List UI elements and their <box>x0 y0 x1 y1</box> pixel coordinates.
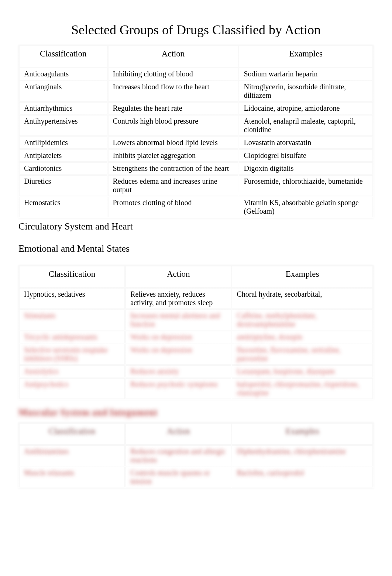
cell-examples: Atenolol, enalapril maleate, captopril, … <box>239 115 373 136</box>
cell-action: Inhibiting clotting of blood <box>108 68 238 80</box>
table-circulatory: Classification Action Examples Anticoagu… <box>18 45 374 218</box>
section-caption-circulatory: Circulatory System and Heart <box>18 221 374 232</box>
cell-classification: Muscle relaxants <box>19 467 125 487</box>
cell-examples: haloperidol, chlorpromazine, risperidone… <box>232 378 373 399</box>
table-muscular: Classification Action Examples Antihista… <box>18 422 374 488</box>
cell-examples: Baclofen, carisoprodol <box>232 467 373 487</box>
cell-action: Strengthens the contraction of the heart <box>108 162 238 175</box>
table-row: AntihistaminesReduces congestion and all… <box>19 445 373 466</box>
cell-classification: Cardiotonics <box>19 162 107 175</box>
table-row: AnxiolyticsReduces anxietyLorazepam, bus… <box>19 365 373 377</box>
col-header-action: Action <box>108 46 238 67</box>
cell-action: Controls high blood pressure <box>108 115 238 136</box>
cell-classification: Diuretics <box>19 175 107 196</box>
cell-examples: Lovastatin atorvastatin <box>239 137 373 149</box>
cell-action: Controls muscle spasms or tension <box>125 467 231 487</box>
cell-action: Inhibits platelet aggregation <box>108 149 238 162</box>
cell-examples: Caffeine, methylphenidate, dextroampheta… <box>232 310 373 330</box>
section-caption-emotional: Emotional and Mental States <box>18 243 374 254</box>
section-muscular: Muscular System and Integument Classific… <box>18 407 374 488</box>
cell-classification: Hemostatics <box>19 197 107 217</box>
cell-classification: Anticoagulants <box>19 68 107 80</box>
cell-action: Reduces psychotic symptoms <box>125 378 231 399</box>
cell-examples: Lorazepam, buspirone, diazepam <box>232 365 373 377</box>
cell-classification: Antiarrhythmics <box>19 102 107 114</box>
table-row: AntilipidemicsLowers abnormal blood lipi… <box>19 137 373 149</box>
table-row: Muscle relaxantsControls muscle spasms o… <box>19 467 373 487</box>
cell-classification: Antihypertensives <box>19 115 107 136</box>
cell-examples: Nitroglycerin, isosorbide dinitrate, dil… <box>239 81 373 101</box>
table-emotional: Classification Action Examples Hypnotics… <box>18 265 374 400</box>
col-header-classification: Classification <box>19 46 107 67</box>
col-header-classification: Classification <box>19 423 125 445</box>
col-header-action: Action <box>125 266 231 287</box>
cell-action: Reduces anxiety <box>125 365 231 377</box>
table-row: AntianginalsIncreases blood flow to the … <box>19 81 373 101</box>
cell-examples: Clopidogrel bisulfate <box>239 149 373 162</box>
table-row: CardiotonicsStrengthens the contraction … <box>19 162 373 175</box>
cell-action: Increases mental alertness and function <box>125 310 231 330</box>
table-row: StimulantsIncreases mental alertness and… <box>19 310 373 330</box>
col-header-examples: Examples <box>239 46 373 67</box>
cell-examples: Diphenhydramine, chlorpheniramine <box>232 445 373 466</box>
table-row: Tricyclic antidepressantsWorks on depres… <box>19 331 373 343</box>
cell-classification: Tricyclic antidepressants <box>19 331 125 343</box>
cell-classification: Antihistamines <box>19 445 125 466</box>
section-caption-muscular: Muscular System and Integument <box>18 407 374 418</box>
cell-action: Promotes clotting of blood <box>108 197 238 217</box>
cell-classification: Stimulants <box>19 310 125 330</box>
cell-examples: Choral hydrate, secobarbital, <box>232 288 373 309</box>
cell-examples: Furosemide, chlorothiazide, bumetanide <box>239 175 373 196</box>
cell-classification: Hypnotics, sedatives <box>19 288 125 309</box>
col-header-examples: Examples <box>232 423 373 445</box>
cell-classification: Antipsychotics <box>19 378 125 399</box>
cell-action: Reduces congestion and allergic reaction… <box>125 445 231 466</box>
cell-action: Reduces edema and increases urine output <box>108 175 238 196</box>
cell-action: Works on depression <box>125 331 231 343</box>
col-header-action: Action <box>125 423 231 445</box>
cell-classification: Selective serotonin reuptake inhibitors … <box>19 344 125 365</box>
cell-classification: Antiplatelets <box>19 149 107 162</box>
table-row: Hypnotics, sedativesRelieves anxiety, re… <box>19 288 373 309</box>
cell-action: Lowers abnormal blood lipid levels <box>108 137 238 149</box>
col-header-classification: Classification <box>19 266 125 287</box>
table-row: AntipsychoticsReduces psychotic symptoms… <box>19 378 373 399</box>
table-row: AntihypertensivesControls high blood pre… <box>19 115 373 136</box>
table-row: AnticoagulantsInhibiting clotting of blo… <box>19 68 373 80</box>
table-row: AntiplateletsInhibits platelet aggregati… <box>19 149 373 162</box>
cell-classification: Antilipidemics <box>19 137 107 149</box>
col-header-examples: Examples <box>232 266 373 287</box>
table-row: HemostaticsPromotes clotting of bloodVit… <box>19 197 373 217</box>
cell-classification: Anxiolytics <box>19 365 125 377</box>
section-circulatory: Classification Action Examples Anticoagu… <box>18 45 374 232</box>
cell-examples: Vitamin K5, absorbable gelatin sponge (G… <box>239 197 373 217</box>
cell-action: Regulates the heart rate <box>108 102 238 114</box>
cell-examples: amitriptyline, doxepin <box>232 331 373 343</box>
cell-examples: Sodium warfarin heparin <box>239 68 373 80</box>
table-row: Selective serotonin reuptake inhibitors … <box>19 344 373 365</box>
cell-action: Increases blood flow to the heart <box>108 81 238 101</box>
cell-examples: fluoxetine, fluvoxamine, sertraline, par… <box>232 344 373 365</box>
section-emotional: Emotional and Mental States Classificati… <box>18 243 374 400</box>
table-row: DiureticsReduces edema and increases uri… <box>19 175 373 196</box>
cell-action: Works on depression <box>125 344 231 365</box>
page-title: Selected Groups of Drugs Classified by A… <box>18 22 374 38</box>
cell-action: Relieves anxiety, reduces activity, and … <box>125 288 231 309</box>
cell-examples: Lidocaine, atropine, amiodarone <box>239 102 373 114</box>
table-row: AntiarrhythmicsRegulates the heart rateL… <box>19 102 373 114</box>
cell-examples: Digoxin digitalis <box>239 162 373 175</box>
cell-classification: Antianginals <box>19 81 107 101</box>
